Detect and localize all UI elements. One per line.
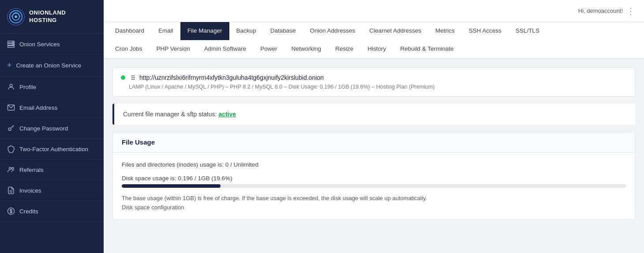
file-usage-panel: File Usage Files and directories (inodes…	[112, 132, 635, 220]
key-icon	[7, 124, 15, 132]
sidebar-nav: Onion Services + Create an Onion Service…	[0, 34, 104, 253]
disk-label: Disk space usage is: 0.196 / 1GB (19.6%)	[122, 175, 626, 182]
panel-body: Files and directories (inodes) usage is:…	[113, 153, 635, 220]
sidebar-item-invoices-label: Invoices	[19, 187, 41, 194]
sidebar-item-create-onion-service[interactable]: + Create an Onion Service	[0, 55, 104, 77]
tabs-row-2: Cron Jobs PHP Version Admin Software Pow…	[104, 40, 644, 58]
alert-text: Current file manager & sftp status:	[123, 111, 218, 118]
sidebar-item-profile[interactable]: Profile	[0, 77, 104, 97]
svg-line-13	[13, 126, 14, 127]
alert-status-link[interactable]: active	[218, 111, 236, 118]
tab-admin-software[interactable]: Admin Software	[197, 40, 253, 58]
svg-point-3	[15, 15, 17, 18]
sidebar-item-invoices[interactable]: Invoices	[0, 180, 104, 201]
sidebar-item-profile-label: Profile	[19, 84, 36, 90]
disk-progress-fill	[122, 184, 221, 188]
document-icon	[7, 186, 15, 194]
sidebar-item-onion-services-label: Onion Services	[19, 41, 60, 48]
greeting-text: Hi, demoaccount!	[578, 7, 623, 14]
tab-file-manager[interactable]: File Manager	[180, 22, 229, 40]
disk-usage-row: Disk space usage is: 0.196 / 1GB (19.6%)	[122, 175, 626, 188]
panel-title: File Usage	[122, 138, 155, 146]
svg-point-8	[13, 44, 14, 45]
tab-backup[interactable]: Backup	[229, 22, 263, 40]
sidebar-item-change-password[interactable]: Change Password	[0, 118, 104, 139]
tab-clearnet-addresses[interactable]: Clearnet Addresses	[362, 22, 428, 40]
sidebar: ONIONLAND HOSTING Onion Services + Creat…	[0, 0, 104, 253]
topbar-user: Hi, demoaccount! ⋮	[578, 6, 635, 16]
service-header: http://uznrzifslxi6rifrnyrm4xfytkn3guluh…	[112, 67, 635, 97]
tab-resize[interactable]: Resize	[328, 40, 360, 58]
sidebar-item-onion-services[interactable]: Onion Services	[0, 34, 104, 55]
svg-point-14	[9, 167, 11, 170]
tabs-row-1: Dashboard Email File Manager Backup Data…	[104, 22, 644, 40]
inodes-usage-row: Files and directories (inodes) usage is:…	[122, 161, 626, 168]
tab-power[interactable]: Power	[253, 40, 284, 58]
tab-email[interactable]: Email	[151, 22, 180, 40]
tab-onion-addresses[interactable]: Onion Addresses	[303, 22, 362, 40]
logo-area: ONIONLAND HOSTING	[0, 0, 104, 34]
sidebar-item-email-label: Email Address	[19, 104, 57, 111]
topbar-menu-button[interactable]: ⋮	[626, 6, 635, 16]
content-area: http://uznrzifslxi6rifrnyrm4xfytkn3guluh…	[104, 59, 644, 253]
usage-subtext: Disk space configuration	[122, 204, 626, 211]
svg-rect-6	[8, 46, 15, 48]
service-url-row: http://uznrzifslxi6rifrnyrm4xfytkn3guluh…	[121, 74, 627, 81]
logo-icon	[7, 8, 25, 26]
sidebar-item-email-address[interactable]: Email Address	[0, 97, 104, 118]
server-icon	[7, 40, 15, 48]
brand-name: ONIONLAND HOSTING	[29, 9, 66, 24]
sidebar-item-referrals-label: Referrals	[19, 167, 44, 173]
tab-php-version[interactable]: PHP Version	[150, 40, 197, 58]
sidebar-item-two-factor[interactable]: Two-Factor Authentication	[0, 139, 104, 160]
email-icon	[7, 104, 15, 112]
service-url-link[interactable]: http://uznrzifslxi6rifrnyrm4xfytkn3guluh…	[139, 74, 324, 81]
tab-rebuild-terminate[interactable]: Rebuild & Terminate	[393, 40, 461, 58]
usage-note: The base usage (within 1GB) is free of c…	[122, 195, 626, 201]
svg-point-9	[10, 84, 12, 87]
service-meta: LAMP (Linux / Apache / MySQL / PHP) – PH…	[129, 84, 627, 90]
tab-database[interactable]: Database	[263, 22, 303, 40]
plus-icon: +	[7, 61, 12, 70]
shield-icon	[7, 145, 15, 153]
svg-point-11	[8, 128, 11, 130]
tabs-container: Dashboard Email File Manager Backup Data…	[104, 22, 644, 59]
main-area: Hi, demoaccount! ⋮ Dashboard Email File …	[104, 0, 644, 253]
tab-cron-jobs[interactable]: Cron Jobs	[108, 40, 150, 58]
tab-dashboard[interactable]: Dashboard	[108, 22, 151, 40]
tab-ssh-access[interactable]: SSH Access	[462, 22, 509, 40]
svg-point-7	[13, 41, 14, 42]
panel-header: File Usage	[113, 132, 635, 153]
list-icon	[129, 74, 136, 81]
sidebar-item-2fa-label: Two-Factor Authentication	[19, 146, 88, 153]
alert-box: Current file manager & sftp status: acti…	[112, 104, 635, 125]
user-icon	[7, 83, 15, 91]
sidebar-item-password-label: Change Password	[19, 125, 68, 132]
sidebar-item-create-label: Create an Onion Service	[16, 62, 82, 69]
dollar-icon	[7, 207, 15, 215]
status-dot	[121, 75, 125, 80]
sidebar-item-credits-label: Credits	[19, 208, 38, 215]
tab-networking[interactable]: Networking	[284, 40, 328, 58]
svg-point-15	[12, 167, 14, 170]
tab-ssl-tls[interactable]: SSL/TLS	[509, 22, 547, 40]
inodes-label: Files and directories (inodes) usage is:…	[122, 161, 626, 168]
sidebar-item-referrals[interactable]: Referrals	[0, 160, 104, 180]
tab-metrics[interactable]: Metrics	[428, 22, 462, 40]
sidebar-item-credits[interactable]: Credits	[0, 201, 104, 222]
disk-progress-bg	[122, 184, 626, 188]
topbar: Hi, demoaccount! ⋮	[104, 0, 644, 22]
users-icon	[7, 166, 15, 174]
tab-history[interactable]: History	[360, 40, 393, 58]
